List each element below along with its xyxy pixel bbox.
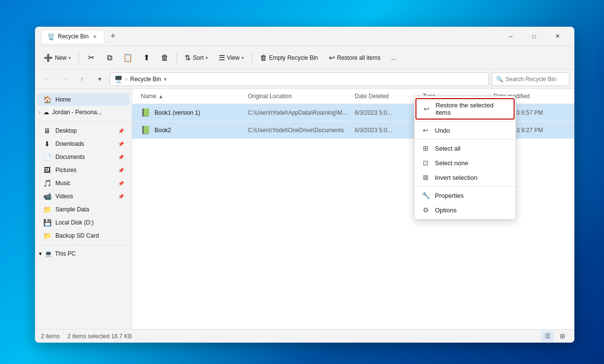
col-header-date-del[interactable]: Date Deleted xyxy=(352,89,420,104)
col-name-label: Name xyxy=(141,93,156,100)
search-box[interactable]: 🔍 xyxy=(492,72,569,86)
col-orig-label: Original Location xyxy=(248,93,292,100)
empty-recycle-label: Empty Recycle Bin xyxy=(269,54,318,61)
sidebar-item-downloads[interactable]: ⬇ Downloads 📌 xyxy=(37,138,130,150)
address-box[interactable]: 🖥️ › Recycle Bin ▾ xyxy=(110,72,489,86)
cm-invert-selection[interactable]: ⊠ Invert selection xyxy=(414,170,516,185)
selected-info: 2 items selected 16.7 KB xyxy=(68,333,132,340)
sidebar-this-pc-header[interactable]: ▾ 💻 This PC xyxy=(35,248,132,259)
toolbar-separator-1 xyxy=(79,52,79,64)
sort-button[interactable]: ⇅ Sort ▾ xyxy=(180,50,213,66)
new-tab-button[interactable]: + xyxy=(106,31,120,41)
restore-all-button[interactable]: ↩ Restore all items xyxy=(324,50,385,66)
cm-properties-label: Properties xyxy=(435,192,464,199)
minimize-button[interactable]: ─ xyxy=(500,29,522,44)
sidebar-item-backup-sd[interactable]: 📁 Backup SD Card xyxy=(37,229,130,242)
videos-pin-icon: 📌 xyxy=(118,194,124,199)
sidebar-home-label: Home xyxy=(55,96,124,103)
sidebar-divider-1 xyxy=(39,121,128,121)
grid-view-toggle[interactable]: ⊞ xyxy=(556,331,569,342)
sidebar-item-sample-data[interactable]: 📁 Sample Data xyxy=(37,203,130,216)
sidebar-cloud-label: Jordan - Persona... xyxy=(52,109,102,116)
copy-button[interactable]: ⧉ xyxy=(101,50,118,66)
paste-button[interactable]: 📋 xyxy=(119,50,137,66)
item-count: 2 items xyxy=(41,333,60,340)
up-button[interactable]: ↑ xyxy=(75,72,89,86)
cm-select-all-label: Select all xyxy=(435,145,461,152)
status-bar: 2 items 2 items selected 16.7 KB ☰ ⊞ xyxy=(35,329,574,343)
share-button[interactable]: ⬆ xyxy=(138,50,155,66)
music-pin-icon: 📌 xyxy=(118,181,124,186)
sidebar-item-music[interactable]: 🎵 Music 📌 xyxy=(37,177,130,190)
file-icon-1: 📗 xyxy=(141,125,151,135)
file-explorer-window: 🗑️ Recycle Bin ✕ + ─ □ ✕ ➕ New ▾ ✂ ⧉ 📋 ⬆… xyxy=(35,27,574,343)
toolbar: ➕ New ▾ ✂ ⧉ 📋 ⬆ 🗑 ⇅ Sort ▾ ☰ View ▾ 🗑 Em… xyxy=(35,46,574,69)
recent-button[interactable]: ▾ xyxy=(92,72,107,86)
more-button[interactable]: ... xyxy=(386,50,401,66)
cm-restore-label: Restore the selected items xyxy=(435,102,508,116)
cm-undo[interactable]: ↩ Undo xyxy=(414,123,516,138)
address-icon: 🖥️ xyxy=(114,75,122,83)
list-view-toggle[interactable]: ☰ xyxy=(541,331,554,342)
cut-button[interactable]: ✂ xyxy=(82,50,100,66)
sort-icon: ⇅ xyxy=(185,53,191,62)
videos-icon: 📹 xyxy=(43,192,52,200)
view-chevron-icon: ▾ xyxy=(242,55,244,60)
sidebar-desktop-label: Desktop xyxy=(55,127,114,134)
sidebar-cloud-header[interactable]: › ☁ Jordan - Persona... xyxy=(35,106,132,118)
cloud-icon: ☁ xyxy=(43,109,49,116)
cm-select-all-icon: ⊞ xyxy=(421,144,430,152)
sample-data-icon: 📁 xyxy=(43,206,52,213)
file-date-del-0: 6/3/2023 5:0... xyxy=(352,105,420,120)
sidebar-item-local-disk[interactable]: 💾 Local Disk (D:) xyxy=(37,216,130,229)
cm-options[interactable]: ⚙ Options xyxy=(414,203,516,217)
cm-select-all[interactable]: ⊞ Select all xyxy=(414,141,516,156)
file-date-del-1: 6/3/2023 5:0... xyxy=(352,123,420,138)
new-icon: ➕ xyxy=(44,53,53,62)
view-label: View xyxy=(227,54,240,61)
sidebar-item-home[interactable]: 🏠 Home xyxy=(37,93,130,106)
back-button[interactable]: ← xyxy=(40,72,54,86)
cm-invert-label: Invert selection xyxy=(435,174,477,181)
col-header-name[interactable]: Name ▲ xyxy=(138,89,245,104)
sidebar-item-videos[interactable]: 📹 Videos 📌 xyxy=(37,190,130,203)
sidebar-item-desktop[interactable]: 🖥 Desktop 📌 xyxy=(37,124,130,137)
tab-close-button[interactable]: ✕ xyxy=(91,34,98,40)
cm-restore-selected[interactable]: ↩ Restore the selected items xyxy=(415,98,515,120)
sidebar-item-documents[interactable]: 📄 Documents 📌 xyxy=(37,151,130,163)
cm-select-none[interactable]: ⊡ Select none xyxy=(414,156,516,170)
sidebar-sample-label: Sample Data xyxy=(55,206,124,213)
restore-all-icon: ↩ xyxy=(329,53,335,62)
sidebar-divider-2 xyxy=(39,245,128,245)
file-name-label-0: Book1 (version 1) xyxy=(155,109,200,116)
documents-pin-icon: 📌 xyxy=(118,155,124,160)
home-icon: 🏠 xyxy=(43,96,52,104)
cm-options-label: Options xyxy=(435,207,457,214)
empty-recycle-button[interactable]: 🗑 Empty Recycle Bin xyxy=(255,50,323,66)
address-separator: › xyxy=(125,76,127,83)
cm-undo-icon: ↩ xyxy=(421,126,430,134)
maximize-button[interactable]: □ xyxy=(523,29,545,44)
cm-options-icon: ⚙ xyxy=(421,206,430,214)
col-date-del-label: Date Deleted xyxy=(355,93,389,100)
sidebar-item-pictures[interactable]: 🖼 Pictures 📌 xyxy=(37,164,130,176)
this-pc-icon: 💻 xyxy=(45,250,52,257)
col-header-orig-loc[interactable]: Original Location xyxy=(245,89,352,104)
pictures-pin-icon: 📌 xyxy=(118,168,124,173)
sidebar-pictures-label: Pictures xyxy=(55,167,114,173)
more-label: ... xyxy=(391,54,396,61)
close-button[interactable]: ✕ xyxy=(546,29,569,44)
cm-properties[interactable]: 🔧 Properties xyxy=(414,188,516,203)
view-icon: ☰ xyxy=(219,53,225,62)
view-button[interactable]: ☰ View ▾ xyxy=(214,50,249,66)
local-disk-icon: 💾 xyxy=(43,219,52,226)
new-label: New xyxy=(55,54,67,61)
window-controls: ─ □ ✕ xyxy=(500,29,569,44)
new-button[interactable]: ➕ New ▾ xyxy=(39,50,76,66)
search-input[interactable] xyxy=(505,76,565,83)
forward-button[interactable]: → xyxy=(57,72,72,86)
delete-button[interactable]: 🗑 xyxy=(156,50,173,66)
recycle-bin-tab[interactable]: 🗑️ Recycle Bin ✕ xyxy=(41,30,104,43)
file-orig-0: C:\Users\Yodel\AppData\Roaming\Micr... xyxy=(245,105,352,120)
search-icon: 🔍 xyxy=(496,76,503,83)
